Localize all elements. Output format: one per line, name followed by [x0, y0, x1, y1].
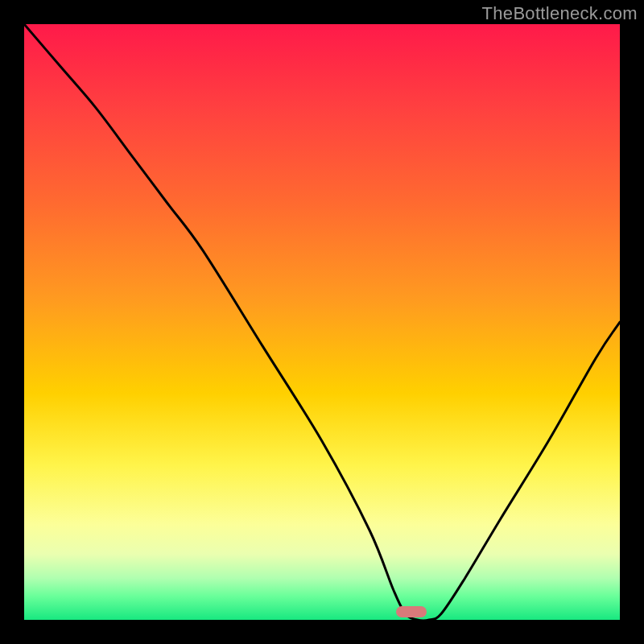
chart-frame: TheBottleneck.com	[0, 0, 644, 644]
attribution-text: TheBottleneck.com	[482, 3, 638, 24]
curve-overlay	[24, 24, 620, 620]
plot-area	[24, 24, 620, 620]
optimal-marker	[396, 606, 427, 617]
bottleneck-curve	[24, 24, 620, 620]
